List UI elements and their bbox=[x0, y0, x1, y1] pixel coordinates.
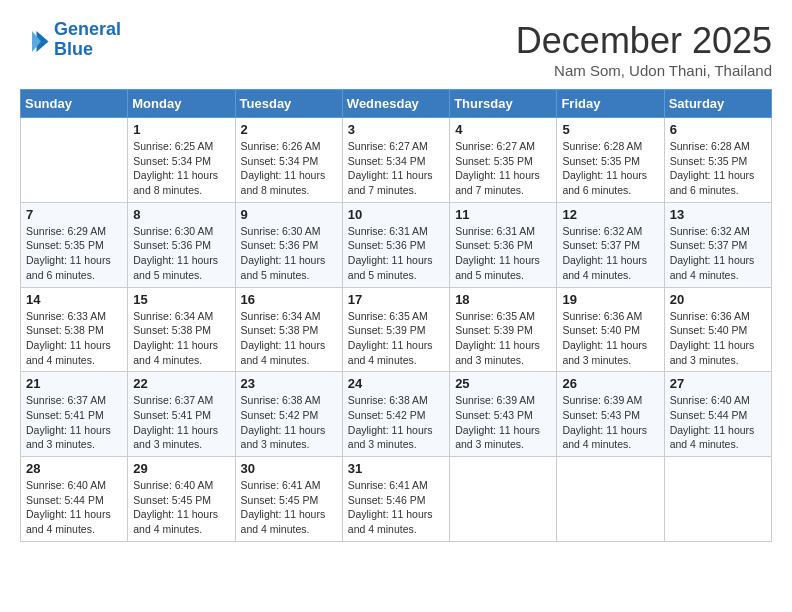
calendar-cell: 22Sunrise: 6:37 AMSunset: 5:41 PMDayligh… bbox=[128, 372, 235, 457]
calendar-cell: 4Sunrise: 6:27 AMSunset: 5:35 PMDaylight… bbox=[450, 118, 557, 203]
calendar-cell: 2Sunrise: 6:26 AMSunset: 5:34 PMDaylight… bbox=[235, 118, 342, 203]
calendar-week-row: 7Sunrise: 6:29 AMSunset: 5:35 PMDaylight… bbox=[21, 202, 772, 287]
weekday-header-row: SundayMondayTuesdayWednesdayThursdayFrid… bbox=[21, 90, 772, 118]
calendar-week-row: 28Sunrise: 6:40 AMSunset: 5:44 PMDayligh… bbox=[21, 457, 772, 542]
calendar-cell: 1Sunrise: 6:25 AMSunset: 5:34 PMDaylight… bbox=[128, 118, 235, 203]
weekday-header-saturday: Saturday bbox=[664, 90, 771, 118]
day-number: 10 bbox=[348, 207, 444, 222]
calendar-cell: 7Sunrise: 6:29 AMSunset: 5:35 PMDaylight… bbox=[21, 202, 128, 287]
calendar-table: SundayMondayTuesdayWednesdayThursdayFrid… bbox=[20, 89, 772, 542]
calendar-cell: 9Sunrise: 6:30 AMSunset: 5:36 PMDaylight… bbox=[235, 202, 342, 287]
day-number: 8 bbox=[133, 207, 229, 222]
weekday-header-monday: Monday bbox=[128, 90, 235, 118]
calendar-cell bbox=[21, 118, 128, 203]
logo-text: General Blue bbox=[54, 20, 121, 60]
day-number: 23 bbox=[241, 376, 337, 391]
day-number: 14 bbox=[26, 292, 122, 307]
day-info: Sunrise: 6:33 AMSunset: 5:38 PMDaylight:… bbox=[26, 309, 122, 368]
day-number: 11 bbox=[455, 207, 551, 222]
day-number: 5 bbox=[562, 122, 658, 137]
weekday-header-friday: Friday bbox=[557, 90, 664, 118]
day-number: 22 bbox=[133, 376, 229, 391]
calendar-cell: 26Sunrise: 6:39 AMSunset: 5:43 PMDayligh… bbox=[557, 372, 664, 457]
calendar-cell: 8Sunrise: 6:30 AMSunset: 5:36 PMDaylight… bbox=[128, 202, 235, 287]
day-number: 26 bbox=[562, 376, 658, 391]
calendar-cell: 28Sunrise: 6:40 AMSunset: 5:44 PMDayligh… bbox=[21, 457, 128, 542]
day-info: Sunrise: 6:40 AMSunset: 5:44 PMDaylight:… bbox=[670, 393, 766, 452]
day-number: 4 bbox=[455, 122, 551, 137]
calendar-cell: 13Sunrise: 6:32 AMSunset: 5:37 PMDayligh… bbox=[664, 202, 771, 287]
day-number: 20 bbox=[670, 292, 766, 307]
day-number: 17 bbox=[348, 292, 444, 307]
day-number: 16 bbox=[241, 292, 337, 307]
day-info: Sunrise: 6:39 AMSunset: 5:43 PMDaylight:… bbox=[455, 393, 551, 452]
day-number: 6 bbox=[670, 122, 766, 137]
calendar-cell: 3Sunrise: 6:27 AMSunset: 5:34 PMDaylight… bbox=[342, 118, 449, 203]
calendar-cell: 17Sunrise: 6:35 AMSunset: 5:39 PMDayligh… bbox=[342, 287, 449, 372]
day-info: Sunrise: 6:41 AMSunset: 5:46 PMDaylight:… bbox=[348, 478, 444, 537]
day-number: 28 bbox=[26, 461, 122, 476]
logo-line2: Blue bbox=[54, 39, 93, 59]
day-info: Sunrise: 6:28 AMSunset: 5:35 PMDaylight:… bbox=[562, 139, 658, 198]
day-info: Sunrise: 6:36 AMSunset: 5:40 PMDaylight:… bbox=[562, 309, 658, 368]
day-info: Sunrise: 6:29 AMSunset: 5:35 PMDaylight:… bbox=[26, 224, 122, 283]
calendar-cell: 11Sunrise: 6:31 AMSunset: 5:36 PMDayligh… bbox=[450, 202, 557, 287]
day-info: Sunrise: 6:41 AMSunset: 5:45 PMDaylight:… bbox=[241, 478, 337, 537]
calendar-week-row: 1Sunrise: 6:25 AMSunset: 5:34 PMDaylight… bbox=[21, 118, 772, 203]
day-info: Sunrise: 6:28 AMSunset: 5:35 PMDaylight:… bbox=[670, 139, 766, 198]
calendar-cell: 19Sunrise: 6:36 AMSunset: 5:40 PMDayligh… bbox=[557, 287, 664, 372]
day-number: 24 bbox=[348, 376, 444, 391]
day-info: Sunrise: 6:32 AMSunset: 5:37 PMDaylight:… bbox=[670, 224, 766, 283]
calendar-cell bbox=[557, 457, 664, 542]
day-number: 19 bbox=[562, 292, 658, 307]
day-info: Sunrise: 6:31 AMSunset: 5:36 PMDaylight:… bbox=[348, 224, 444, 283]
day-info: Sunrise: 6:40 AMSunset: 5:44 PMDaylight:… bbox=[26, 478, 122, 537]
title-block: December 2025 Nam Som, Udon Thani, Thail… bbox=[516, 20, 772, 79]
calendar-cell: 23Sunrise: 6:38 AMSunset: 5:42 PMDayligh… bbox=[235, 372, 342, 457]
weekday-header-sunday: Sunday bbox=[21, 90, 128, 118]
calendar-cell: 31Sunrise: 6:41 AMSunset: 5:46 PMDayligh… bbox=[342, 457, 449, 542]
day-info: Sunrise: 6:35 AMSunset: 5:39 PMDaylight:… bbox=[455, 309, 551, 368]
calendar-cell: 24Sunrise: 6:38 AMSunset: 5:42 PMDayligh… bbox=[342, 372, 449, 457]
calendar-subtitle: Nam Som, Udon Thani, Thailand bbox=[516, 62, 772, 79]
logo-line1: General bbox=[54, 19, 121, 39]
calendar-week-row: 14Sunrise: 6:33 AMSunset: 5:38 PMDayligh… bbox=[21, 287, 772, 372]
weekday-header-thursday: Thursday bbox=[450, 90, 557, 118]
weekday-header-wednesday: Wednesday bbox=[342, 90, 449, 118]
day-info: Sunrise: 6:26 AMSunset: 5:34 PMDaylight:… bbox=[241, 139, 337, 198]
calendar-title: December 2025 bbox=[516, 20, 772, 62]
calendar-cell: 14Sunrise: 6:33 AMSunset: 5:38 PMDayligh… bbox=[21, 287, 128, 372]
calendar-cell: 21Sunrise: 6:37 AMSunset: 5:41 PMDayligh… bbox=[21, 372, 128, 457]
day-info: Sunrise: 6:38 AMSunset: 5:42 PMDaylight:… bbox=[348, 393, 444, 452]
calendar-cell: 30Sunrise: 6:41 AMSunset: 5:45 PMDayligh… bbox=[235, 457, 342, 542]
day-number: 3 bbox=[348, 122, 444, 137]
day-number: 31 bbox=[348, 461, 444, 476]
day-number: 13 bbox=[670, 207, 766, 222]
weekday-header-tuesday: Tuesday bbox=[235, 90, 342, 118]
calendar-cell: 12Sunrise: 6:32 AMSunset: 5:37 PMDayligh… bbox=[557, 202, 664, 287]
day-info: Sunrise: 6:40 AMSunset: 5:45 PMDaylight:… bbox=[133, 478, 229, 537]
calendar-cell: 29Sunrise: 6:40 AMSunset: 5:45 PMDayligh… bbox=[128, 457, 235, 542]
day-info: Sunrise: 6:32 AMSunset: 5:37 PMDaylight:… bbox=[562, 224, 658, 283]
day-number: 7 bbox=[26, 207, 122, 222]
day-info: Sunrise: 6:39 AMSunset: 5:43 PMDaylight:… bbox=[562, 393, 658, 452]
day-number: 30 bbox=[241, 461, 337, 476]
day-info: Sunrise: 6:36 AMSunset: 5:40 PMDaylight:… bbox=[670, 309, 766, 368]
logo: General Blue bbox=[20, 20, 121, 60]
calendar-cell: 5Sunrise: 6:28 AMSunset: 5:35 PMDaylight… bbox=[557, 118, 664, 203]
day-info: Sunrise: 6:37 AMSunset: 5:41 PMDaylight:… bbox=[133, 393, 229, 452]
day-number: 12 bbox=[562, 207, 658, 222]
day-info: Sunrise: 6:30 AMSunset: 5:36 PMDaylight:… bbox=[241, 224, 337, 283]
day-info: Sunrise: 6:38 AMSunset: 5:42 PMDaylight:… bbox=[241, 393, 337, 452]
calendar-cell: 15Sunrise: 6:34 AMSunset: 5:38 PMDayligh… bbox=[128, 287, 235, 372]
day-number: 21 bbox=[26, 376, 122, 391]
day-info: Sunrise: 6:25 AMSunset: 5:34 PMDaylight:… bbox=[133, 139, 229, 198]
day-info: Sunrise: 6:35 AMSunset: 5:39 PMDaylight:… bbox=[348, 309, 444, 368]
logo-icon bbox=[20, 25, 50, 55]
calendar-cell: 20Sunrise: 6:36 AMSunset: 5:40 PMDayligh… bbox=[664, 287, 771, 372]
day-info: Sunrise: 6:37 AMSunset: 5:41 PMDaylight:… bbox=[26, 393, 122, 452]
day-number: 9 bbox=[241, 207, 337, 222]
day-info: Sunrise: 6:34 AMSunset: 5:38 PMDaylight:… bbox=[133, 309, 229, 368]
day-number: 29 bbox=[133, 461, 229, 476]
calendar-cell: 25Sunrise: 6:39 AMSunset: 5:43 PMDayligh… bbox=[450, 372, 557, 457]
